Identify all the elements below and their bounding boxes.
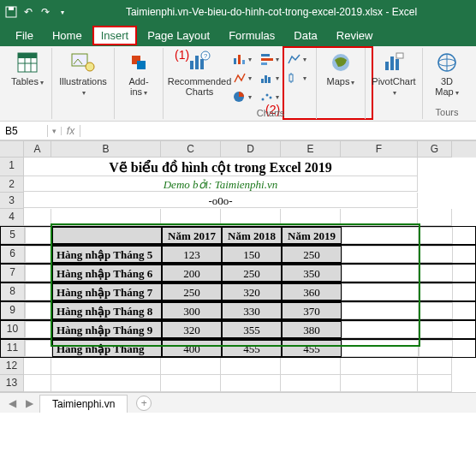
row-4[interactable]: 4 [0,209,24,226]
select-all-corner[interactable] [0,141,24,158]
hierarchy-chart-icon[interactable] [259,70,280,86]
table-cell[interactable]: 330 [222,302,282,319]
sheet-title[interactable]: Vẽ biểu đồ hình cột trong Excel 2019 [24,158,418,176]
sheet-tab[interactable]: Taimienphi.vn [39,395,128,413]
scatter-chart-icon[interactable] [259,89,280,104]
row-10[interactable]: 10 [1,321,25,338]
col-C[interactable]: C [161,141,221,158]
table-cell[interactable]: 320 [162,321,222,338]
tab-formulas[interactable]: Formulas [220,26,283,45]
table-cell[interactable]: 380 [282,321,342,338]
tab-page-layout[interactable]: Page Layout [139,26,218,45]
tbl-h3[interactable]: Năm 2019 [282,227,342,244]
maps-button[interactable]: Maps [322,50,360,88]
table-cell[interactable]: 123 [162,246,222,263]
table-row-label[interactable]: Hàng nhập Tháng 10 [52,340,162,357]
row-2[interactable]: 2 [0,176,24,193]
col-G[interactable]: G [418,141,452,158]
bar-chart-icon[interactable] [259,51,280,67]
table-cell[interactable]: 400 [162,340,222,357]
tables-button[interactable]: Tables [9,50,46,88]
tbl-h2[interactable]: Năm 2018 [222,227,282,244]
table-cell[interactable]: 360 [282,283,342,300]
table-cell[interactable]: 250 [162,283,222,300]
redo-icon[interactable]: ↷ [38,4,53,20]
row-6[interactable]: 6 [1,246,25,263]
svg-rect-19 [261,54,270,57]
tours-group-label: Tours [436,107,459,117]
col-B[interactable]: B [51,141,161,158]
namebox-dropdown-icon[interactable]: ▾ [48,127,62,135]
tab-home[interactable]: Home [44,26,91,45]
tables-label: Tables [11,76,44,88]
line-chart-icon[interactable] [287,51,307,67]
recommended-charts-button[interactable]: ? Recommended Charts [169,50,230,97]
tab-review[interactable]: Review [328,26,382,45]
svg-rect-33 [385,62,389,70]
tab-insert[interactable]: Insert [92,26,138,45]
3dmap-button[interactable]: 3D Map [428,50,466,98]
statistic-chart-icon[interactable] [287,70,307,86]
col-A[interactable]: A [24,141,51,158]
table-row-label[interactable]: Hàng nhập Tháng 5 [52,246,162,263]
tbl-h1[interactable]: Năm 2017 [162,227,222,244]
row-5[interactable]: 5 [1,227,25,244]
pivotchart-icon [381,50,407,75]
sheet-divider-text[interactable]: -o0o- [24,193,418,208]
table-cell[interactable]: 250 [282,246,342,263]
table-row-label[interactable]: Hàng nhập Tháng 7 [52,283,162,300]
table-row-label[interactable]: Hàng nhập Tháng 6 [52,265,162,282]
row-13[interactable]: 13 [0,375,24,392]
new-sheet-button[interactable]: + [136,396,152,411]
stock-chart-icon[interactable] [232,70,253,86]
col-D[interactable]: D [221,141,281,158]
table-cell[interactable]: 350 [282,265,342,282]
chart-type-grid [230,50,311,108]
qat-dropdown-icon[interactable]: ▾ [55,4,70,20]
col-F[interactable]: F [341,141,418,158]
table-cell[interactable]: 355 [222,321,282,338]
col-E[interactable]: E [281,141,341,158]
svg-point-8 [86,62,94,71]
worksheet[interactable]: A B C D E F G 1 Vẽ biểu đồ hình cột tron… [0,140,476,392]
pie-chart-icon[interactable] [232,89,253,104]
row-12[interactable]: 12 [0,358,24,375]
formula-bar-row: B5 ▾ [0,122,476,140]
table-row-label[interactable]: Hàng nhập Tháng 8 [52,302,162,319]
illustrations-button[interactable]: Illustrations [57,50,109,98]
sheet-subtitle[interactable]: Demo bởi: Taimienphi.vn [24,176,418,192]
undo-icon[interactable]: ↶ [21,4,36,20]
table-cell[interactable]: 250 [222,265,282,282]
save-icon[interactable] [3,4,19,20]
table-icon [15,50,40,75]
svg-point-30 [266,94,269,97]
row-9[interactable]: 9 [1,302,25,319]
pivotchart-button[interactable]: PivotChart [371,50,417,98]
tbl-h0[interactable] [52,227,162,244]
table-cell[interactable]: 370 [282,302,342,319]
sheet-nav-next-icon[interactable]: ▶ [22,397,36,409]
name-box[interactable]: B5 [0,125,48,137]
row-8[interactable]: 8 [1,283,25,300]
table-row-label[interactable]: Hàng nhập Tháng 9 [52,321,162,338]
table-cell[interactable]: 300 [162,302,222,319]
svg-rect-22 [261,79,264,83]
tab-file[interactable]: File [7,26,42,45]
row-11[interactable]: 11 [1,340,25,357]
row-7[interactable]: 7 [1,265,25,282]
column-chart-icon[interactable] [232,51,253,67]
table-cell[interactable]: 200 [162,265,222,282]
table-cell[interactable]: 320 [222,283,282,300]
table-cell[interactable]: 150 [222,246,282,263]
globe-icon [434,50,460,75]
svg-rect-21 [261,62,267,65]
addins-button[interactable]: Add- ins [120,50,158,98]
sheet-nav-prev-icon[interactable]: ◀ [5,397,19,409]
tab-data[interactable]: Data [285,26,325,45]
row-3[interactable]: 3 [0,193,24,209]
table-cell[interactable]: 455 [282,340,342,357]
recommended-charts-icon: ? [187,50,212,75]
table-cell[interactable]: 455 [222,340,282,357]
row-1[interactable]: 1 [0,158,24,176]
fx-icon[interactable] [62,125,80,137]
